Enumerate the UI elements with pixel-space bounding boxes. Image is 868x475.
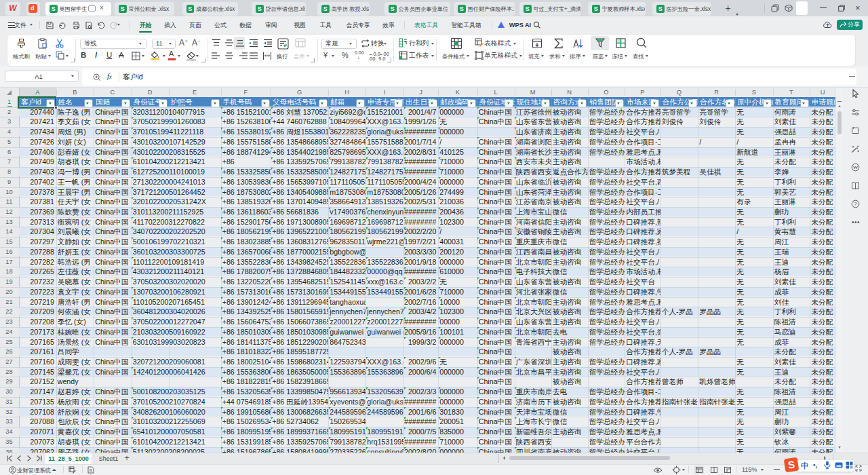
svg-text:?: ? bbox=[854, 201, 857, 207]
